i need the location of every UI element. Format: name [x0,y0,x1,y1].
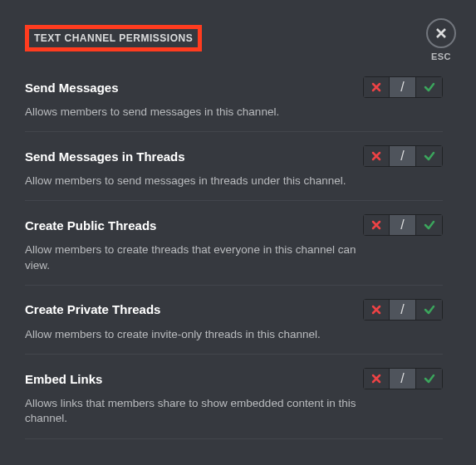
close-icon [434,27,448,40]
close-group: ESC [426,18,456,61]
x-icon [370,150,382,162]
permission-row: Create Public Threads / Allow members to… [25,201,443,285]
toggle-allow[interactable] [416,368,443,389]
permission-toggle: / [363,299,443,321]
permission-toggle: / [363,145,443,167]
permission-title: Embed Links [25,372,102,386]
toggle-deny[interactable] [363,368,390,389]
check-icon [424,81,435,93]
toggle-deny[interactable] [363,145,390,167]
toggle-neutral[interactable]: / [390,76,416,98]
permission-row: Create Private Threads / Allow members t… [25,286,443,355]
section-header: TEXT CHANNEL PERMISSIONS [25,25,202,51]
permission-description: Allow members to create invite-only thre… [25,327,374,342]
toggle-neutral[interactable]: / [390,145,416,167]
permission-title: Create Private Threads [25,302,160,316]
permission-description: Allow members to send messages in thread… [25,174,374,188]
check-icon [424,304,435,316]
toggle-deny[interactable] [363,214,390,236]
toggle-allow[interactable] [416,214,443,236]
permission-title: Create Public Threads [25,218,156,232]
esc-label: ESC [431,51,451,61]
toggle-neutral[interactable]: / [390,299,416,321]
toggle-deny[interactable] [363,299,390,321]
check-icon [424,150,435,162]
toggle-allow[interactable] [416,145,443,167]
x-icon [370,373,382,384]
check-icon [424,219,435,231]
x-icon [370,304,382,316]
permission-toggle: / [363,76,443,98]
permission-description: Allow members to create threads that eve… [25,242,374,272]
toggle-deny[interactable] [363,76,390,98]
permission-title: Send Messages [25,81,119,95]
permission-toggle: / [363,214,443,236]
permission-row: Send Messages in Threads / Allow members… [25,132,443,201]
toggle-allow[interactable] [416,299,443,321]
permission-toggle: / [363,368,443,389]
permission-description: Allows links that members share to show … [25,396,374,426]
permission-row: Embed Links / Allows links that members … [25,355,443,438]
toggle-neutral[interactable]: / [390,368,416,389]
permission-title: Send Messages in Threads [25,149,185,164]
permission-description: Allows members to send messages in this … [25,105,374,120]
x-icon [370,219,382,231]
close-button[interactable] [426,18,456,48]
permission-row: Send Messages / Allows members to send m… [25,63,443,132]
toggle-allow[interactable] [416,76,443,98]
check-icon [424,373,435,384]
toggle-neutral[interactable]: / [390,214,416,236]
x-icon [370,81,382,93]
